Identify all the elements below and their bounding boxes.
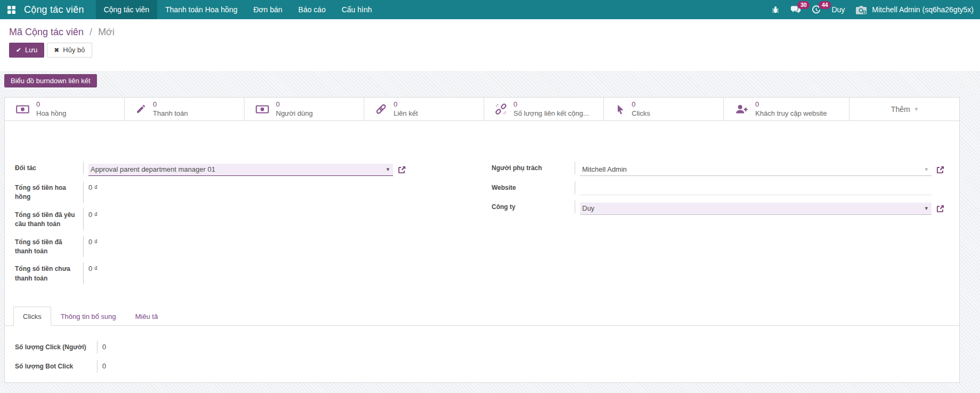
stat-button-website-visitors[interactable]: 0 Khách truy cập website — [724, 98, 850, 121]
save-button-label: Lưu — [25, 46, 37, 54]
menu-item-bao-cao[interactable]: Báo cáo — [290, 0, 333, 19]
money-bill-icon — [256, 105, 269, 114]
field-total-requested-value: 0 ₫ — [88, 208, 98, 219]
stat-text: 0 Clicks — [632, 100, 650, 118]
field-company: Công ty Duy ▾ — [490, 200, 951, 215]
field-bot-clicks-value: 0 — [102, 360, 106, 370]
stat-text: 0 Người dùng — [276, 100, 313, 118]
debug-bug-icon[interactable] — [771, 5, 780, 14]
stat-button-users[interactable]: 0 Người dùng — [244, 98, 364, 121]
chain-link-icon — [375, 103, 387, 115]
messages-icon[interactable]: 30 — [790, 5, 801, 14]
field-responsible-label: Người phụ trách — [490, 162, 575, 174]
clicks-tab-content: Số lượng Click (Người) 0 Số lượng Bot Cl… — [5, 326, 959, 373]
field-partner-label: Đối tác — [13, 162, 84, 174]
mouse-pointer-icon — [615, 104, 625, 115]
external-link-icon[interactable] — [398, 166, 406, 174]
field-total-paid-label: Tổng số tiền đã thanh toán — [13, 236, 84, 258]
external-link-icon[interactable] — [936, 166, 944, 174]
company-switcher[interactable]: Duy — [831, 5, 845, 14]
tab-additional-info[interactable]: Thông tin bổ sung — [51, 307, 126, 326]
discard-button[interactable]: ✖ Hủy bỏ — [47, 43, 92, 58]
menu-item-don-ban[interactable]: Đơn bán — [246, 0, 290, 19]
menu-item-cau-hinh[interactable]: Cấu hình — [333, 0, 380, 19]
pencil-icon — [136, 104, 146, 114]
field-total-paid-value: 0 ₫ — [88, 236, 98, 246]
website-input[interactable] — [580, 183, 932, 195]
breadcrumb-current: Mới — [98, 27, 115, 37]
systray: 30 44 Duy Mitchell Admin (sq6ha26gty5x) — [771, 0, 980, 19]
main-menu: Cộng tác viên Thanh toán Hoa hồng Đơn bá… — [96, 0, 380, 19]
control-panel: Mã Cộng tác viên / Mới ✔ Lưu ✖ Hủy bỏ — [0, 19, 980, 71]
stat-text: 0 Hoa hồng — [36, 100, 66, 118]
field-total-unpaid: Tổng số tiền chưa thanh toán 0 ₫ — [13, 262, 482, 284]
stat-button-links[interactable]: 0 Liên kết — [364, 98, 484, 121]
form-right-column: Người phụ trách Mitchell Admin ▾ Website — [482, 162, 951, 290]
x-icon: ✖ — [54, 46, 59, 54]
external-link-icon[interactable] — [936, 205, 944, 213]
user-plus-icon — [735, 104, 748, 114]
responsible-value: Mitchell Admin — [582, 165, 627, 174]
more-stats-dropdown[interactable]: Thêm ▾ — [850, 98, 959, 121]
stat-button-payments[interactable]: 0 Thanh toán — [125, 98, 244, 121]
field-partner: Đối tác Approval parent department manag… — [13, 162, 482, 176]
chevron-down-icon[interactable]: ▾ — [925, 204, 928, 213]
apps-menu-button[interactable] — [0, 0, 23, 19]
discard-button-label: Hủy bỏ — [63, 46, 85, 54]
burndown-chart-button[interactable]: Biểu đồ burndown liên kết — [4, 74, 97, 87]
control-panel-buttons: ✔ Lưu ✖ Hủy bỏ — [9, 43, 971, 58]
field-company-label: Công ty — [490, 200, 575, 213]
partner-value: Approval parent department manager 01 — [91, 165, 215, 174]
stat-text: 0 Thanh toán — [153, 100, 188, 118]
field-total-unpaid-label: Tổng số tiền chưa thanh toán — [13, 262, 84, 284]
field-human-clicks-value: 0 — [102, 341, 106, 351]
field-website: Website — [490, 181, 951, 195]
field-total-commission-label: Tổng số tiền hoa hồng — [13, 181, 84, 203]
field-total-requested-label: Tổng số tiền đã yêu cầu thanh toán — [13, 208, 84, 230]
action-strip: Biểu đồ burndown liên kết — [4, 74, 980, 87]
field-bot-clicks: Số lượng Bot Click 0 — [13, 360, 951, 373]
tab-clicks[interactable]: Clicks — [13, 307, 51, 326]
field-responsible: Người phụ trách Mitchell Admin ▾ — [490, 162, 951, 176]
stat-text: 0 Khách truy cập website — [755, 100, 827, 118]
breadcrumb-separator: / — [86, 27, 95, 37]
save-button[interactable]: ✔ Lưu — [9, 43, 44, 58]
activities-count-badge: 44 — [819, 1, 831, 10]
tab-description[interactable]: Miêu tả — [126, 307, 168, 326]
money-bill-icon — [16, 105, 29, 114]
company-input[interactable]: Duy ▾ — [580, 203, 932, 215]
check-icon: ✔ — [16, 46, 21, 54]
activities-clock-icon[interactable]: 44 — [812, 5, 821, 14]
user-menu[interactable]: Mitchell Admin (sq6ha26gty5x) — [855, 5, 974, 15]
field-total-unpaid-value: 0 ₫ — [88, 262, 98, 272]
field-human-clicks: Số lượng Click (Người) 0 — [13, 341, 951, 354]
chevron-down-icon[interactable]: ▾ — [925, 165, 928, 174]
form-left-column: Đối tác Approval parent department manag… — [13, 162, 482, 290]
top-navbar: Cộng tác viên Cộng tác viên Thanh toán H… — [0, 0, 980, 19]
field-total-paid: Tổng số tiền đã thanh toán 0 ₫ — [13, 236, 482, 258]
form-sheet: 0 Hoa hồng 0 Thanh toán 0 Người dùng — [4, 97, 960, 383]
user-name: Mitchell Admin (sq6ha26gty5x) — [872, 5, 974, 14]
chevron-down-icon[interactable]: ▾ — [386, 165, 389, 174]
more-stats-label: Thêm — [891, 105, 910, 114]
stat-button-clicks[interactable]: 0 Clicks — [604, 98, 724, 121]
app-brand[interactable]: Cộng tác viên — [23, 0, 92, 19]
responsible-input[interactable]: Mitchell Admin ▾ — [580, 164, 932, 176]
field-human-clicks-label: Số lượng Click (Người) — [13, 341, 97, 354]
menu-item-cong-tac-vien[interactable]: Cộng tác viên — [96, 0, 158, 19]
breadcrumb: Mã Cộng tác viên / Mới — [9, 26, 971, 38]
stat-button-row: 0 Hoa hồng 0 Thanh toán 0 Người dùng — [5, 98, 959, 121]
field-total-commission: Tổng số tiền hoa hồng 0 ₫ — [13, 181, 482, 203]
field-total-commission-value: 0 ₫ — [88, 181, 98, 191]
camera-avatar-icon — [855, 5, 867, 15]
stat-button-affiliate-links[interactable]: 0 Số lượng liên kết cộng... — [484, 98, 604, 121]
company-value: Duy — [582, 204, 594, 213]
partner-input[interactable]: Approval parent department manager 01 ▾ — [88, 164, 393, 176]
menu-item-thanh-toan-hoa-hong[interactable]: Thanh toán Hoa hồng — [157, 0, 245, 19]
notebook-tabs: Clicks Thông tin bổ sung Miêu tả — [5, 307, 959, 326]
stat-button-commissions[interactable]: 0 Hoa hồng — [5, 98, 125, 121]
breadcrumb-parent-link[interactable]: Mã Cộng tác viên — [9, 27, 84, 37]
stat-text: 0 Số lượng liên kết cộng... — [513, 100, 589, 118]
broken-chain-icon — [495, 103, 507, 115]
messages-count-badge: 30 — [797, 1, 810, 10]
